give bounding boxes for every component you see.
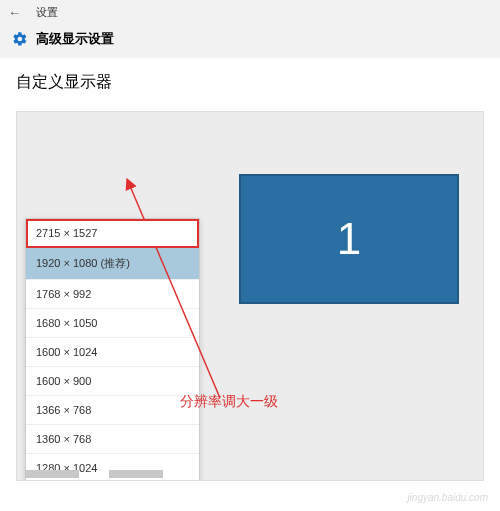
resolution-option[interactable]: 1366 × 768 — [26, 396, 199, 425]
resolution-option[interactable]: 1680 × 1050 — [26, 309, 199, 338]
scroll-indicator — [25, 470, 205, 480]
resolution-option[interactable]: 2715 × 1527 — [26, 219, 199, 248]
monitor-number: 1 — [337, 214, 361, 264]
resolution-option[interactable]: 1600 × 900 — [26, 367, 199, 396]
resolution-option[interactable]: 1600 × 1024 — [26, 338, 199, 367]
back-arrow-icon[interactable]: ← — [8, 5, 24, 20]
resolution-option[interactable]: 1920 × 1080 (推荐) — [26, 248, 199, 280]
resolution-dropdown[interactable]: 2715 × 15271920 × 1080 (推荐)1768 × 992168… — [25, 218, 200, 481]
section-title: 自定义显示器 — [16, 72, 484, 93]
scroll-thumb[interactable] — [109, 470, 163, 478]
header: 高级显示设置 — [0, 24, 500, 58]
titlebar-label: 设置 — [36, 5, 58, 20]
titlebar: ← 设置 — [0, 0, 500, 24]
resolution-option[interactable]: 1360 × 768 — [26, 425, 199, 454]
resolution-option[interactable]: 1768 × 992 — [26, 280, 199, 309]
content-area: 自定义显示器 1 2715 × 15271920 × 1080 (推荐)1768… — [0, 58, 500, 511]
header-title: 高级显示设置 — [36, 30, 114, 48]
scroll-thumb[interactable] — [25, 470, 79, 478]
monitor-tile[interactable]: 1 — [239, 174, 459, 304]
display-preview-area: 1 2715 × 15271920 × 1080 (推荐)1768 × 9921… — [16, 111, 484, 481]
watermark: jingyan.baidu.com — [407, 492, 488, 503]
gear-icon — [12, 31, 28, 47]
